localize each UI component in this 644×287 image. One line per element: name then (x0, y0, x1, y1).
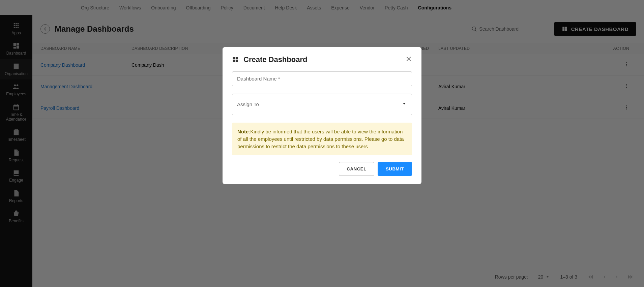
assign-to-field[interactable]: Assign To (232, 94, 412, 115)
note-label: Note: (237, 129, 250, 134)
note-text: Kindly be informed that the users will b… (237, 129, 404, 149)
modal-overlay[interactable]: Create Dashboard Dashboard Name * Assign… (0, 0, 644, 287)
create-dashboard-modal: Create Dashboard Dashboard Name * Assign… (223, 47, 421, 184)
submit-button[interactable]: SUBMIT (378, 162, 412, 176)
chevron-down-icon (402, 101, 407, 108)
modal-title: Create Dashboard (243, 55, 401, 64)
grid-icon (232, 56, 239, 63)
dashboard-name-field[interactable]: Dashboard Name * (232, 71, 412, 86)
close-button[interactable] (405, 56, 412, 64)
assign-to-label: Assign To (237, 101, 259, 107)
dashboard-name-placeholder: Dashboard Name * (237, 76, 280, 82)
note-box: Note:Kindly be informed that the users w… (232, 123, 412, 155)
cancel-button[interactable]: CANCEL (339, 162, 374, 176)
close-icon (405, 56, 412, 62)
